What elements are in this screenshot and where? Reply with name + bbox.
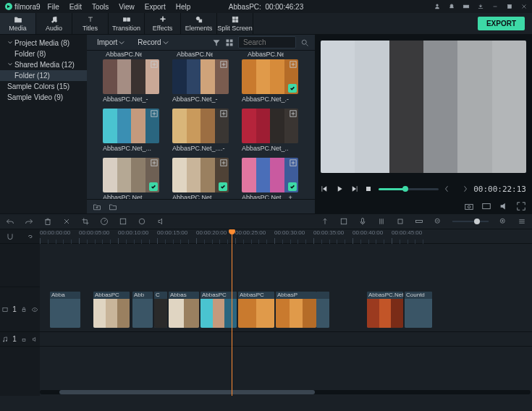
marker-icon[interactable] [321, 217, 329, 226]
download-icon[interactable] [477, 3, 484, 10]
link-icon[interactable] [25, 232, 34, 241]
sidebar-item[interactable]: Folder (12) [0, 70, 87, 81]
menu-export[interactable]: Export [145, 3, 166, 11]
media-thumbnail[interactable] [103, 59, 159, 94]
timeline-clip[interactable]: AbbasPC [93, 292, 130, 328]
notification-icon[interactable] [448, 3, 455, 10]
mic-icon[interactable] [358, 217, 367, 226]
close-icon[interactable] [520, 3, 528, 10]
mark-in-icon[interactable] [444, 185, 453, 193]
playhead[interactable] [232, 229, 232, 396]
media-thumbnail[interactable] [172, 158, 229, 192]
stop-icon[interactable] [364, 185, 373, 193]
menu-help[interactable]: Help [176, 3, 191, 11]
tab-elements[interactable]: Elements [181, 13, 217, 34]
timeline-body[interactable]: 00:00:00:0000:00:05:0000:00:10:0000:00:1… [40, 229, 532, 396]
new-folder-icon[interactable] [93, 203, 101, 211]
media-thumbnail[interactable] [172, 109, 229, 143]
zoom-slider[interactable] [452, 221, 489, 222]
mark-out-icon[interactable] [459, 185, 468, 193]
render-icon[interactable] [339, 217, 348, 226]
manage-tracks-icon[interactable] [518, 217, 526, 226]
fullscreen-icon[interactable] [516, 201, 526, 211]
menu-tools[interactable]: Tools [92, 3, 109, 11]
media-thumbnail[interactable] [103, 109, 159, 143]
tab-titles[interactable]: Titles [72, 13, 109, 34]
sidebar-item[interactable]: Sample Colors (15) [0, 81, 87, 92]
menu-edit[interactable]: Edit [69, 3, 82, 11]
green-screen-icon[interactable] [138, 217, 146, 226]
keyboard-icon[interactable] [463, 3, 470, 10]
undo-icon[interactable] [6, 217, 14, 226]
progress-bar[interactable] [379, 188, 439, 190]
add-icon[interactable] [290, 61, 297, 68]
media-thumbnail[interactable] [172, 59, 229, 94]
timeline-clip[interactable]: Abb [132, 292, 153, 328]
timeline-ruler[interactable]: 00:00:00:0000:00:05:0000:00:10:0000:00:1… [40, 229, 532, 244]
add-icon[interactable] [220, 61, 227, 68]
menu-file[interactable]: File [48, 3, 59, 11]
sidebar-item[interactable]: Sample Video (9) [0, 92, 87, 103]
user-icon[interactable] [434, 3, 441, 10]
redo-icon[interactable] [25, 217, 33, 226]
grid-view-icon[interactable] [225, 38, 234, 47]
add-icon[interactable] [151, 110, 158, 117]
split-icon[interactable] [62, 217, 71, 226]
next-frame-icon[interactable] [350, 185, 358, 193]
add-icon[interactable] [220, 159, 227, 166]
timeline-scrollbar[interactable] [40, 390, 531, 394]
zoom-out-icon[interactable] [434, 217, 442, 226]
audio-icon[interactable] [156, 217, 165, 226]
video-track[interactable]: AbbaAbbasPCAbbCAbbasAbbasPCAbbasPCAbbasP… [40, 287, 532, 332]
lock-icon[interactable] [20, 336, 28, 343]
mixer-icon[interactable] [377, 217, 386, 226]
play-icon[interactable] [335, 185, 344, 193]
sidebar-item[interactable]: Project Media (8) [0, 38, 87, 48]
tab-effects[interactable]: Effects [145, 13, 181, 34]
volume-icon[interactable] [499, 201, 509, 211]
add-icon[interactable] [220, 110, 227, 117]
add-icon[interactable] [290, 110, 297, 117]
timeline-clip[interactable]: Countd [405, 292, 432, 328]
timeline-clip[interactable]: C [154, 292, 167, 328]
timeline-clip[interactable]: AbbasP [276, 292, 316, 328]
zoom-in-icon[interactable] [499, 217, 507, 226]
add-icon[interactable] [290, 159, 297, 166]
snapshot-icon[interactable] [464, 201, 474, 211]
media-thumbnail[interactable] [242, 158, 298, 192]
export-button[interactable]: EXPORT [478, 17, 525, 30]
add-icon[interactable] [151, 159, 158, 166]
preview-monitor[interactable] [321, 41, 526, 173]
eye-icon[interactable] [31, 306, 38, 313]
filter-icon[interactable] [212, 38, 221, 47]
mute-icon[interactable] [31, 336, 38, 343]
open-folder-icon[interactable] [109, 203, 117, 211]
zoom-timeline-icon[interactable] [415, 217, 423, 226]
record-button[interactable]: Record [133, 37, 172, 48]
crop-icon[interactable] [81, 217, 90, 226]
prev-frame-icon[interactable] [321, 185, 329, 193]
timeline-clip[interactable]: Abbas [169, 292, 199, 328]
lock-icon[interactable] [20, 306, 28, 313]
menu-view[interactable]: View [119, 3, 135, 11]
search-icon[interactable] [300, 38, 309, 47]
media-thumbnail[interactable] [242, 109, 298, 143]
media-thumbnail[interactable] [103, 158, 159, 192]
color-icon[interactable] [119, 217, 127, 226]
delete-icon[interactable] [43, 217, 52, 226]
minimize-icon[interactable] [491, 3, 499, 10]
timeline-clip[interactable]: AbbasPC.Net [367, 292, 403, 328]
maximize-icon[interactable] [506, 3, 513, 10]
tab-split-screen[interactable]: Split Screen [217, 13, 253, 34]
timeline-clip[interactable] [316, 292, 329, 328]
magnet-icon[interactable] [6, 232, 14, 241]
search-input[interactable] [238, 36, 296, 48]
tab-media[interactable]: Media [0, 13, 36, 34]
media-thumbnail[interactable] [242, 59, 298, 94]
quality-icon[interactable] [481, 201, 491, 211]
timeline-clip[interactable]: Abba [50, 292, 80, 328]
add-icon[interactable] [151, 61, 158, 68]
import-button[interactable]: Import [93, 37, 129, 48]
freeze-icon[interactable] [396, 217, 405, 226]
tab-audio[interactable]: Audio [36, 13, 72, 34]
